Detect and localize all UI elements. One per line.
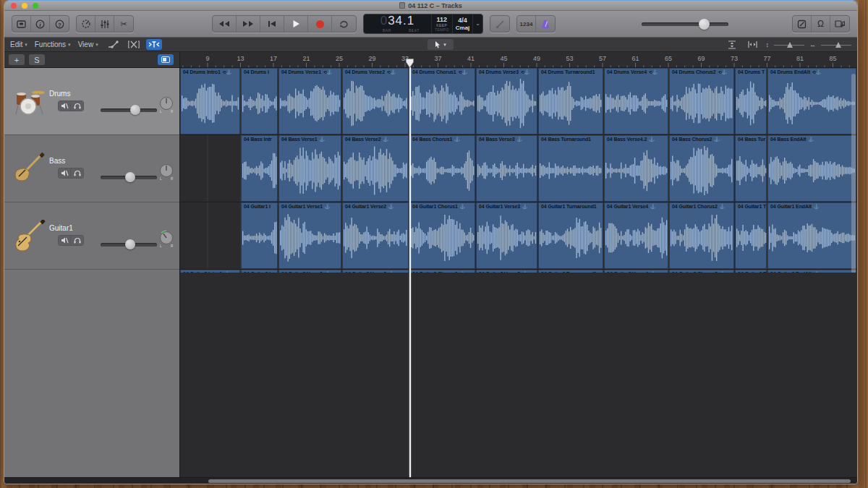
track-header-bass[interactable]: Bass L R xyxy=(4,135,179,202)
audio-region[interactable]: 04 Guitar2 EndAlt⚓ xyxy=(767,270,856,273)
mute-button[interactable] xyxy=(59,101,71,111)
audio-region[interactable]: 04 Bass Verse1⚓ xyxy=(278,135,341,202)
audio-region[interactable]: 04 Guitar1 I xyxy=(241,202,278,269)
notepad-icon[interactable] xyxy=(793,16,812,32)
audio-region[interactable]: 04 Guitar2 Intro1⚓ xyxy=(180,270,240,273)
close-button[interactable] xyxy=(11,3,17,9)
audio-region[interactable]: 04 Guitar1 Verse1⚓ xyxy=(278,202,341,269)
audio-region[interactable]: 04 Bass Verse3⚓ xyxy=(476,135,537,202)
audio-region[interactable]: 04 Guitar1 T xyxy=(735,202,767,269)
audio-region[interactable]: 04 Guitar1 EndAlt⚓ xyxy=(767,202,856,269)
audio-region[interactable]: 04 Bass Verse4.2⚓ xyxy=(604,135,668,202)
audio-region[interactable]: 04 Bass Verse2⚓ xyxy=(342,135,409,202)
audio-region[interactable]: 04 Bass Chorus1⚓ xyxy=(409,135,475,202)
audio-region[interactable]: 04 Guitar2 Chorus2⚓ xyxy=(669,270,734,273)
audio-region[interactable]: 04 Guitar1 Chorus2⚓ xyxy=(669,202,734,269)
audio-region[interactable]: 04 Guitar2 Chorus1⚓ xyxy=(409,270,475,273)
track-config-icon[interactable] xyxy=(158,54,174,65)
audio-region[interactable]: 04 Drums Turnaround1 xyxy=(538,68,603,134)
audio-region[interactable]: 04 Bass Turnaround1 xyxy=(538,135,603,202)
forward-button[interactable] xyxy=(237,16,260,32)
track-volume-slider[interactable] xyxy=(101,105,157,115)
track-header-drums[interactable]: Drums L R xyxy=(4,68,179,135)
track-lane-drums[interactable]: 04 Drums Intro1⟲⚓ 04 Drums I 04 Drums Ve… xyxy=(180,68,857,135)
track-name[interactable]: Bass xyxy=(49,157,65,165)
bar-ruler[interactable]: 913172125293337414549535761656973778185 xyxy=(180,52,857,67)
audio-region[interactable]: 04 Bass EndAlt⚓ xyxy=(767,135,856,202)
audio-region[interactable]: 04 Drums Verse2⟲⚓ xyxy=(342,68,409,134)
audio-region[interactable]: 04 Guitar1 Turnaround1 xyxy=(538,202,603,269)
edit-menu[interactable]: Edit▾ xyxy=(10,40,27,48)
audio-region[interactable]: 04 Bass Tur xyxy=(735,135,767,202)
mixer-icon[interactable] xyxy=(95,16,114,32)
audio-region[interactable]: 04 Guitar2 I xyxy=(241,270,278,273)
fit-horizontal-icon[interactable] xyxy=(745,39,761,50)
lcd-tempo[interactable]: 112 KEEP TEMPO xyxy=(432,14,453,33)
pointer-tool-menu[interactable]: ▾ xyxy=(427,39,454,50)
go-to-beginning-button[interactable] xyxy=(260,16,284,32)
track-lane-guitar1[interactable]: 04 Guitar1 I 04 Guitar1 Verse1⚓ 04 Guita… xyxy=(180,202,857,270)
titlebar[interactable]: 04 112 C – Tracks xyxy=(4,1,857,11)
zoom-button[interactable] xyxy=(33,3,38,9)
count-in-button[interactable]: 1234 xyxy=(517,16,536,32)
smart-controls-icon[interactable] xyxy=(77,16,95,32)
master-volume-slider[interactable] xyxy=(642,17,728,30)
audio-region[interactable]: 04 Drums Verse1⟲⚓ xyxy=(278,68,341,134)
horizontal-scrollbar-thumb[interactable] xyxy=(208,479,851,483)
vertical-scrollbar[interactable] xyxy=(851,74,856,273)
scissors-icon[interactable]: ✂ xyxy=(114,16,133,32)
audio-region[interactable]: 04 Guitar2 Verse3⚓ xyxy=(476,270,537,273)
record-button[interactable] xyxy=(308,16,332,32)
audio-region[interactable]: 04 Guitar2 T xyxy=(735,270,767,273)
audio-region[interactable]: 04 Guitar1 Verse4⚓ xyxy=(604,202,668,269)
pan-knob[interactable]: L R xyxy=(158,162,175,184)
cycle-icon[interactable] xyxy=(332,16,356,32)
info-icon[interactable]: i xyxy=(31,16,50,32)
minimize-button[interactable] xyxy=(22,3,27,9)
metronome-icon[interactable] xyxy=(536,16,555,32)
horizontal-zoom-slider[interactable] xyxy=(821,41,851,48)
audio-region[interactable]: 04 Guitar2 Verse1⚓ xyxy=(278,270,341,273)
view-menu[interactable]: View▾ xyxy=(78,40,98,48)
horizontal-scrollbar[interactable] xyxy=(4,477,857,484)
audio-region[interactable]: 04 Guitar1 Verse3⚓ xyxy=(476,202,537,269)
lcd-display[interactable]: 034.1 BAR BEAT 112 KEEP TEMPO 4/4 Cmaj ⌄ xyxy=(363,14,483,34)
audio-region[interactable]: 04 Drums EndAlt⟲⚓ xyxy=(767,68,856,134)
audio-region[interactable]: 04 Guitar1 Verse2⚓ xyxy=(342,202,409,269)
audio-region[interactable]: 04 Drums I xyxy=(241,68,278,134)
audio-region[interactable]: 04 Drums Chorus1⟲⚓ xyxy=(409,68,475,134)
catch-playhead-icon[interactable] xyxy=(146,39,162,50)
media-browser-icon[interactable] xyxy=(830,16,849,32)
mute-button[interactable] xyxy=(59,236,71,245)
track-lane-bass[interactable]: 04 Bass Intr 04 Bass Verse1⚓ 04 Bass Ver… xyxy=(180,135,857,202)
pan-knob[interactable]: L R xyxy=(158,229,175,251)
lcd-key-signature[interactable]: 4/4 Cmaj xyxy=(453,14,474,33)
audio-region[interactable]: 04 Bass Intr xyxy=(241,135,278,202)
tuner-icon[interactable] xyxy=(490,16,509,32)
audio-region[interactable]: 04 Guitar1 Chorus1⚓ xyxy=(409,202,475,269)
playhead-marker-icon[interactable] xyxy=(406,58,414,71)
rewind-button[interactable] xyxy=(213,16,237,32)
audio-region[interactable]: 04 Drums Verse4⟲⚓ xyxy=(604,68,668,134)
audio-region[interactable]: 04 Guitar2 Verse4⚓ xyxy=(604,270,668,273)
audio-region[interactable]: 04 Bass Chorus2⚓ xyxy=(669,135,734,202)
playhead[interactable] xyxy=(409,67,411,477)
flex-icon[interactable] xyxy=(126,39,142,50)
track-header-guitar1[interactable]: Guitar1 L R xyxy=(4,202,179,270)
library-icon[interactable] xyxy=(12,16,31,32)
help-icon[interactable]: ? xyxy=(50,16,69,32)
audio-region[interactable]: 04 Guitar2 Verse2⚓ xyxy=(342,270,409,273)
play-button[interactable] xyxy=(284,16,308,32)
audio-region[interactable]: 04 Drums T xyxy=(735,68,767,134)
track-header-guitar2[interactable]: Guitar2 L R xyxy=(4,270,179,273)
automation-icon[interactable] xyxy=(106,39,122,50)
solo-button[interactable] xyxy=(71,168,83,178)
track-name[interactable]: Drums xyxy=(49,90,70,98)
pan-knob[interactable]: L R xyxy=(158,95,175,116)
vertical-zoom-slider[interactable] xyxy=(774,41,804,48)
fit-vertical-icon[interactable] xyxy=(724,39,740,50)
track-volume-slider[interactable] xyxy=(101,239,157,249)
track-lane-guitar2[interactable]: 04 Guitar2 Intro1⚓ 04 Guitar2 I 04 Guita… xyxy=(180,270,857,273)
loop-browser-icon[interactable]: Ω xyxy=(812,16,830,32)
functions-menu[interactable]: Functions▾ xyxy=(35,40,71,48)
